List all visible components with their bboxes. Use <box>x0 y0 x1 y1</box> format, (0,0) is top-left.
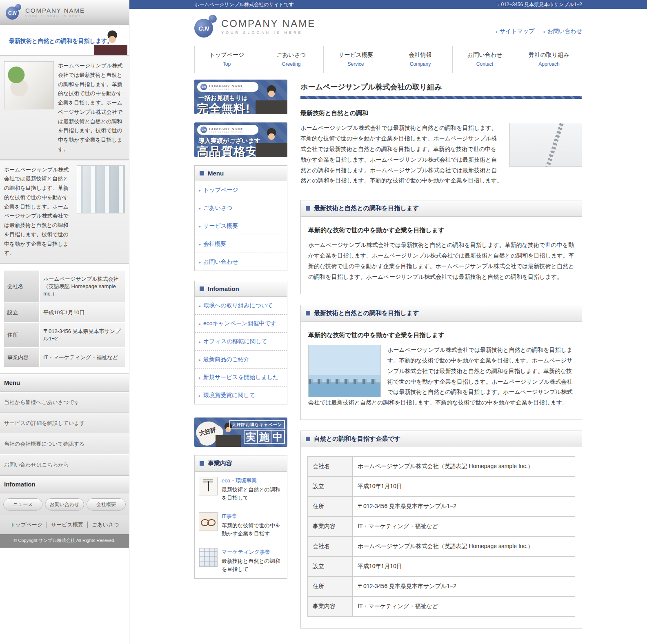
logo-slogan: YOUR SLOGAN IS HERE <box>209 131 244 133</box>
content-box-1: 最新技術と自然との調和を目指します 革新的な技術で世の中を動かす企業を目指します… <box>300 200 582 294</box>
nav-contact[interactable]: お問い合わせ Contact <box>452 46 517 73</box>
table-row: 会社名ホームページサンプル株式会社（英語表記 Homepage sample I… <box>308 457 575 477</box>
logo-slogan: YOUR SLOGAN IS HERE <box>25 15 85 18</box>
row-value: 平成10年1月10日 <box>40 303 125 322</box>
menu-item-contact[interactable]: ▸お問い合わせ <box>195 253 287 271</box>
compact-logo[interactable]: C.N COMPANY NAME YOUR SLOGAN IS HERE <box>6 4 85 20</box>
content-box-2-title: 最新技術と自然との調和を目指します <box>314 309 419 317</box>
business-item-eco: eco・環境事業 最新技術と自然との調和を目指して <box>195 472 287 507</box>
nav-label-jp: お問い合わせ <box>453 51 517 59</box>
business-item-marketing: マーケティング事業 最新技術と自然との調和を目指して <box>195 543 287 578</box>
business-link-it[interactable]: IT事業 <box>222 512 283 520</box>
logo-initials: C.N <box>194 19 213 38</box>
compact-info-heading: Infomation <box>0 475 129 493</box>
topbar-address: 〒012−3456 見本県見本市サンプル1−2 <box>496 1 582 8</box>
info-item-award[interactable]: ▸環境賞受賞に関して <box>195 386 287 404</box>
nav-top[interactable]: トップページ Top <box>194 46 259 73</box>
intro-section: 最新技術と自然との調和 ホームページサンプル株式会社では最新技術と自然との調和を… <box>300 109 582 186</box>
compact-menu-item-company[interactable]: 当社の会社概要について確認する <box>0 433 129 454</box>
table-row: 設立平成10年1月10日 <box>308 477 575 497</box>
banner-line2: 完全無料! <box>197 101 250 114</box>
compact-tagline-banner: 最新技術と自然との調和を目指します。 <box>0 27 129 56</box>
content-box-2-subheading: 革新的な技術で世の中を動かす企業を目指します <box>308 331 574 339</box>
content-box-1-header: 最新技術と自然との調和を目指します <box>301 200 582 217</box>
compact-site: C.N COMPANY NAME YOUR SLOGAN IS HERE 最新技… <box>0 0 129 644</box>
site-logo[interactable]: C.N COMPANY NAME YOUR SLOGAN IS HERE <box>194 15 316 38</box>
row-value: 平成10年1月10日 <box>353 557 575 577</box>
banner-line2: 高品質格安! <box>197 144 262 157</box>
company-logo-icon: C.N <box>6 4 22 20</box>
row-value: ホームページサンプル株式会社 （英語表記 Homepage sample Inc… <box>40 270 125 303</box>
menu-item-company[interactable]: ▸会社概要 <box>195 235 287 253</box>
table-row: 会社名 ホームページサンプル株式会社 （英語表記 Homepage sample… <box>4 270 125 303</box>
content-box-1-title: 最新技術と自然との調和を目指します <box>314 204 419 212</box>
keypad-photo <box>199 548 218 567</box>
site-header: C.N COMPANY NAME YOUR SLOGAN IS HERE ▸サイ… <box>129 9 647 46</box>
row-label: 事業内容 <box>308 517 353 537</box>
info-item-eco-campaign[interactable]: ▸ecoキャンペーン開催中です <box>195 315 287 333</box>
nav-label-jp: ごあいさつ <box>259 51 323 59</box>
menu-box-header: Menu <box>195 166 287 181</box>
menu-item-service[interactable]: ▸サービス概要 <box>195 217 287 235</box>
footer-link-service[interactable]: サービス概要 <box>47 522 87 528</box>
table-row: 住所〒012-3456 見本県見本市サンプル1−2 <box>308 497 575 517</box>
company-button[interactable]: 会社概要 <box>87 498 126 511</box>
compact-header: C.N COMPANY NAME YOUR SLOGAN IS HERE <box>0 0 129 25</box>
news-button[interactable]: ニュース <box>3 498 42 511</box>
info-item-environment[interactable]: ▸環境への取り組みについて <box>195 297 287 315</box>
nav-label-jp: 会社情報 <box>388 51 452 59</box>
free-estimate-banner[interactable]: C.N COMPANY NAME YOUR SLOGAN IS HERE 一括お… <box>194 80 287 114</box>
row-value: IT・マーケティング・福祉など <box>353 517 575 537</box>
logo-name: COMPANY NAME <box>209 84 244 88</box>
row-label: 設立 <box>4 303 40 322</box>
information-box: Infomation ▸環境への取り組みについて ▸ecoキャンペーン開催中です… <box>194 281 287 404</box>
information-box-header: Infomation <box>195 281 287 297</box>
business-link-marketing[interactable]: マーケティング事業 <box>222 548 283 556</box>
company-profile-header: 自然との調和を目指す企業です <box>301 431 582 447</box>
sitemap-link[interactable]: ▸サイトマップ <box>496 28 535 35</box>
logo-initials: C.N <box>200 84 207 90</box>
quality-banner[interactable]: C.N COMPANY NAME YOUR SLOGAN IS HERE 導入実… <box>194 122 287 157</box>
logo-initials: C.N <box>6 7 19 20</box>
logo-slogan: YOUR SLOGAN IS HERE <box>221 31 316 35</box>
company-logo-icon: C.N <box>194 15 218 38</box>
arrow-right-icon: ▸ <box>199 304 201 308</box>
logo-name: COMPANY NAME <box>25 7 85 14</box>
harbor-photo <box>308 345 381 397</box>
businesswoman-photo <box>256 124 287 157</box>
table-row: 事業内容 IT・マーケティング・福祉など <box>4 348 125 367</box>
compact-intro-1: ホームページサンプル株式会社では最新技術と自然との調和を目指します。革新的な技術… <box>0 56 129 160</box>
nav-greeting[interactable]: ごあいさつ Greeting <box>259 46 323 73</box>
logo-name: COMPANY NAME <box>221 18 316 29</box>
top-bar: ホームページサンプル株式会社のサイトです 〒012−3456 見本県見本市サンプ… <box>129 0 647 9</box>
arrow-right-icon: ▸ <box>544 29 546 34</box>
row-value: 〒012-3456 見本県見本市サンプル1−2 <box>353 577 575 597</box>
compact-menu-item-service[interactable]: サービスの詳細を解説しています <box>0 413 129 433</box>
menu-item-top[interactable]: ▸トップページ <box>195 181 287 199</box>
info-item-office-move[interactable]: ▸オフィスの移転に関して <box>195 333 287 351</box>
footer-link-top[interactable]: トップページ <box>6 522 47 528</box>
contact-button[interactable]: お問い合わせ <box>45 498 84 511</box>
nav-service[interactable]: サービス概要 Service <box>323 46 388 73</box>
arrow-right-icon: ▸ <box>199 242 201 246</box>
table-row: 設立 平成10年1月10日 <box>4 303 125 322</box>
content-box-2: 最新技術と自然との調和を目指します 革新的な技術で世の中を動かす企業を目指します… <box>300 305 582 420</box>
row-label: 会社名 <box>308 457 353 477</box>
info-item-new-service[interactable]: ▸新規サービスを開始しました <box>195 369 287 386</box>
menu-box: Menu ▸トップページ ▸ごあいさつ ▸サービス概要 ▸会社概要 ▸お問い合わ… <box>194 165 287 271</box>
footer-link-greeting[interactable]: ごあいさつ <box>87 522 123 528</box>
square-bullet-icon <box>306 437 310 441</box>
compact-menu-item-contact[interactable]: お問い合わせはこちらから <box>0 454 129 475</box>
menu-item-greeting[interactable]: ▸ごあいさつ <box>195 199 287 217</box>
arrow-right-icon: ▸ <box>199 188 201 193</box>
campaign-banner[interactable]: 大好評 大好評お得なキャペーン 実施中 <box>194 417 287 447</box>
company-profile-table: 会社名ホームページサンプル株式会社（英語表記 Homepage sample I… <box>307 456 575 617</box>
business-link-eco[interactable]: eco・環境事業 <box>222 477 283 485</box>
row-value: ホームページサンプル株式会社（英語表記 Homepage sample Inc.… <box>353 457 575 477</box>
compact-menu-item-greeting[interactable]: 当社から皆様へごあいさつです <box>0 392 129 413</box>
business-desc: 革新的な技術で世の中を動かす企業を目指す <box>222 522 280 537</box>
info-item-new-product[interactable]: ▸最新商品のご紹介 <box>195 351 287 369</box>
nav-approach[interactable]: 弊社の取り組み Approach <box>517 46 581 73</box>
nav-company[interactable]: 会社情報 Company <box>388 46 452 73</box>
contact-link[interactable]: ▸お問い合わせ <box>544 28 582 35</box>
